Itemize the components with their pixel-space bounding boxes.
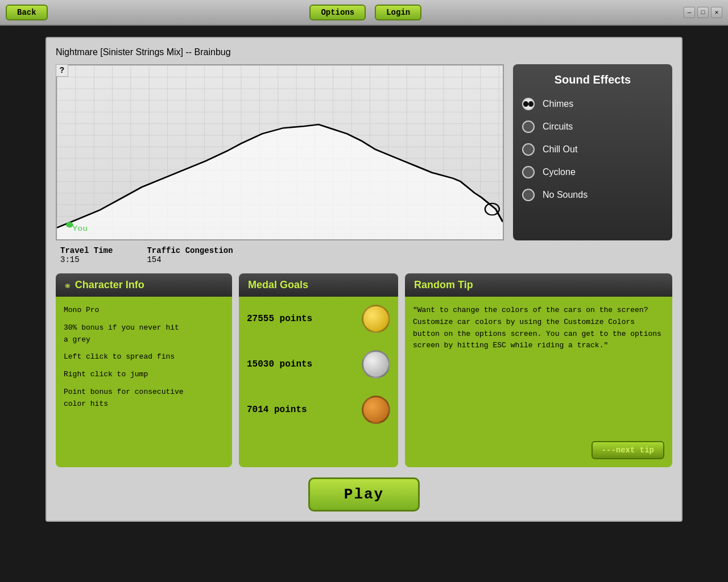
chart-help-button[interactable]: ? <box>56 64 68 77</box>
random-tip-text: "Want to change the colors of the cars o… <box>413 305 664 352</box>
chart-stats: Travel Time 3:15 Traffic Congestion 154 <box>56 244 504 267</box>
sound-option-circuits[interactable]: Circuits <box>522 120 663 133</box>
character-info-header: ❋ Character Info <box>56 273 232 297</box>
medal-goals-header: Medal Goals <box>239 273 398 297</box>
radio-cyclone[interactable] <box>522 166 535 178</box>
titlebar: Back Options Login — □ ✕ <box>0 0 728 26</box>
sound-label-chillout: Chill Out <box>543 144 577 155</box>
radio-nosounds[interactable] <box>522 189 535 201</box>
random-tip-body: "Want to change the colors of the cars o… <box>405 297 672 467</box>
char-line-1: Mono Pro <box>64 305 224 317</box>
play-button[interactable]: Play <box>308 477 420 512</box>
sound-option-chillout[interactable]: Chill Out <box>522 143 663 156</box>
character-info-title: Character Info <box>75 279 144 291</box>
minimize-button[interactable]: — <box>684 7 695 18</box>
medal-points-bronze: 7014 points <box>247 405 307 415</box>
song-title: Nightmare [Sinister Strings Mix] -- Brai… <box>56 47 672 57</box>
traffic-congestion-stat: Traffic Congestion 154 <box>147 246 233 264</box>
medal-row-silver: 15030 points <box>247 350 390 379</box>
sound-label-circuits: Circuits <box>543 122 573 132</box>
random-tip-title: Random Tip <box>414 279 473 291</box>
medal-goals-title: Medal Goals <box>248 279 308 291</box>
character-icon: ❋ <box>65 280 71 291</box>
char-line-4: Right click to jump <box>64 369 224 381</box>
titlebar-center: Options Login <box>309 5 421 20</box>
main-window: Nightmare [Sinister Strings Mix] -- Brai… <box>46 37 682 522</box>
medal-bronze-icon <box>362 396 390 424</box>
radio-circuits[interactable] <box>522 120 535 133</box>
character-info-body: Mono Pro 30% bonus if you never hita gre… <box>56 297 232 467</box>
options-button[interactable]: Options <box>309 5 366 20</box>
radio-chimes[interactable] <box>522 98 535 110</box>
chart-svg: You <box>57 65 503 239</box>
login-button[interactable]: Login <box>375 5 421 20</box>
sound-option-chimes[interactable]: Chimes <box>522 98 663 110</box>
svg-text:You: You <box>72 225 88 232</box>
titlebar-right: — □ ✕ <box>684 7 722 18</box>
sound-effects-title: Sound Effects <box>522 73 663 86</box>
travel-time-stat: Travel Time 3:15 <box>60 246 113 264</box>
play-section: Play <box>56 477 672 512</box>
medal-row-gold: 27555 points <box>247 305 390 333</box>
maximize-button[interactable]: □ <box>697 7 709 18</box>
back-button[interactable]: Back <box>6 5 48 20</box>
medal-gold-icon <box>362 305 390 333</box>
medal-goals-body: 27555 points 15030 points 7014 points <box>239 297 398 467</box>
close-button[interactable]: ✕ <box>711 7 722 18</box>
char-line-3: Left click to spread fins <box>64 351 224 363</box>
medal-silver-icon <box>362 350 390 379</box>
medal-goals-panel: Medal Goals 27555 points 15030 points 70… <box>239 273 398 467</box>
titlebar-left: Back <box>6 5 48 20</box>
top-section: ? <box>56 64 672 267</box>
sound-effects-panel: Sound Effects Chimes Circuits Chill Out … <box>513 64 672 240</box>
chart-area: You <box>56 64 504 240</box>
medal-points-silver: 15030 points <box>247 359 312 369</box>
medal-row-bronze: 7014 points <box>247 396 390 424</box>
radio-chillout[interactable] <box>522 143 535 156</box>
sound-option-nosounds[interactable]: No Sounds <box>522 189 663 201</box>
character-info-panel: ❋ Character Info Mono Pro 30% bonus if y… <box>56 273 232 467</box>
character-info-text: Mono Pro 30% bonus if you never hita gre… <box>64 305 224 410</box>
medal-points-gold: 27555 points <box>247 314 312 324</box>
random-tip-header: Random Tip <box>405 273 672 297</box>
bottom-section: ❋ Character Info Mono Pro 30% bonus if y… <box>56 273 672 467</box>
sound-label-cyclone: Cyclone <box>543 167 576 177</box>
char-line-5: Point bonus for consecutivecolor hits <box>64 386 224 410</box>
chart-container: ? <box>56 64 504 267</box>
random-tip-panel: Random Tip "Want to change the colors of… <box>405 273 672 467</box>
sound-label-nosounds: No Sounds <box>543 190 588 200</box>
sound-option-cyclone[interactable]: Cyclone <box>522 166 663 178</box>
char-line-2: 30% bonus if you never hita grey <box>64 322 224 346</box>
next-tip-button[interactable]: ---next tip <box>592 441 664 459</box>
sound-label-chimes: Chimes <box>543 99 573 109</box>
